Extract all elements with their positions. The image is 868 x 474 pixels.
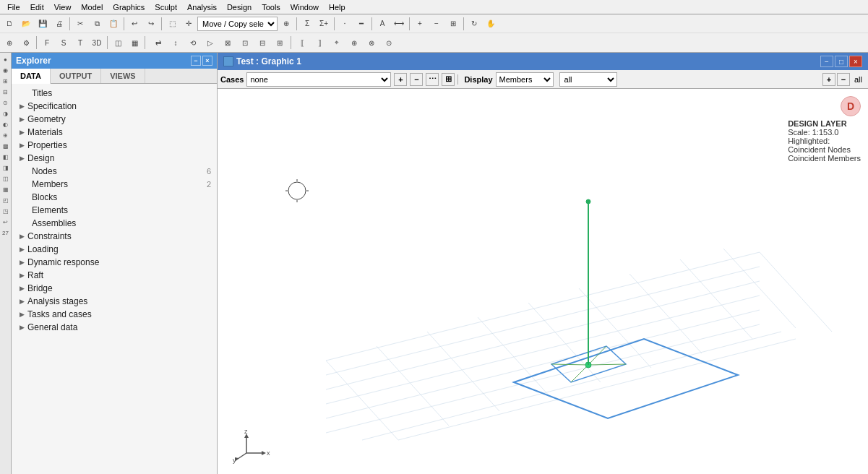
toolbar-copy[interactable]: ⧉: [89, 16, 105, 32]
tree-item-tasks-and-cases[interactable]: ▶ Tasks and cases: [12, 308, 217, 321]
cases-list-btn[interactable]: ⋯: [426, 73, 439, 86]
toolbar-view-side[interactable]: S: [56, 35, 72, 51]
toolbar-new[interactable]: 🗋: [1, 16, 17, 32]
tree-item-dynamic-response[interactable]: ▶ Dynamic response: [12, 256, 217, 269]
tab-data[interactable]: DATA: [12, 69, 51, 84]
tree-item-nodes[interactable]: Nodes 6: [12, 165, 217, 178]
toolbar-beam[interactable]: ━: [353, 16, 369, 32]
display-select[interactable]: Members Nodes: [496, 72, 554, 87]
iconbar-btn-9[interactable]: ▩: [1, 141, 11, 151]
menu-view[interactable]: View: [50, 3, 76, 12]
tb-e6[interactable]: ⊡: [237, 35, 253, 51]
tb-e14[interactable]: ⊙: [381, 35, 397, 51]
menu-tools[interactable]: Tools: [257, 3, 285, 12]
all-add-btn[interactable]: +: [822, 73, 835, 86]
toolbar-undo[interactable]: ↩: [126, 16, 142, 32]
tb-e5[interactable]: ⊠: [220, 35, 236, 51]
menu-window[interactable]: Window: [286, 3, 323, 12]
tree-item-specification[interactable]: ▶ Specification: [12, 100, 217, 113]
menu-file[interactable]: File: [3, 3, 25, 12]
iconbar-btn-7[interactable]: ◐: [1, 119, 11, 129]
iconbar-btn-3[interactable]: ⊞: [1, 76, 11, 86]
toolbar-select[interactable]: ⬚: [164, 16, 180, 32]
tree-item-properties[interactable]: ▶ Properties: [12, 139, 217, 152]
iconbar-btn-16[interactable]: ↩: [1, 217, 11, 227]
toolbar-dim[interactable]: ⟷: [391, 16, 407, 32]
all-select[interactable]: all: [559, 72, 617, 87]
tree-item-members[interactable]: Members 2: [12, 178, 217, 191]
iconbar-btn-5[interactable]: ⊙: [1, 98, 11, 108]
menu-model[interactable]: Model: [77, 3, 107, 12]
toolbar-zoom-all[interactable]: ⊞: [445, 16, 461, 32]
toolbar-print[interactable]: 🖨: [51, 16, 67, 32]
menu-analysis[interactable]: Analysis: [183, 3, 221, 12]
toolbar-save[interactable]: 💾: [35, 16, 51, 32]
tab-output[interactable]: OUTPUT: [51, 69, 101, 83]
menu-help[interactable]: Help: [325, 3, 350, 12]
toolbar-view-3d[interactable]: 3D: [89, 35, 105, 51]
canvas-area[interactable]: D DESIGN LAYER Scale: 1:153.0 Highlighte…: [218, 89, 868, 474]
toolbar-text[interactable]: A: [374, 16, 390, 32]
tree-item-materials[interactable]: ▶ Materials: [12, 126, 217, 139]
cases-remove-btn[interactable]: −: [410, 73, 423, 86]
maximize-button[interactable]: □: [835, 56, 848, 67]
iconbar-btn-13[interactable]: ▦: [1, 184, 11, 194]
toolbar-open[interactable]: 📂: [18, 16, 34, 32]
tree-item-loading[interactable]: ▶ Loading: [12, 243, 217, 256]
tb-e12[interactable]: ⊕: [346, 35, 362, 51]
tree-item-analysis-stages[interactable]: ▶ Analysis stages: [12, 295, 217, 308]
tree-item-geometry[interactable]: ▶ Geometry: [12, 113, 217, 126]
menu-design[interactable]: Design: [223, 3, 256, 12]
cases-extra-btn[interactable]: ⊞: [442, 73, 455, 86]
iconbar-btn-1[interactable]: ●: [1, 54, 11, 64]
toolbar-sum2[interactable]: Σ+: [316, 16, 332, 32]
tab-views[interactable]: VIEWS: [101, 69, 145, 83]
menu-edit[interactable]: Edit: [26, 3, 48, 12]
iconbar-btn-15[interactable]: ◳: [1, 206, 11, 216]
tb-e11[interactable]: ⌖: [329, 35, 345, 51]
toolbar-node[interactable]: ⬝: [337, 16, 353, 32]
tree-item-titles[interactable]: Titles: [12, 87, 217, 100]
iconbar-btn-6[interactable]: ◑: [1, 108, 11, 118]
tb-e4[interactable]: ▷: [202, 35, 218, 51]
tree-item-assemblies[interactable]: Assemblies: [12, 217, 217, 230]
tree-item-elements[interactable]: Elements: [12, 204, 217, 217]
explorer-pin-btn[interactable]: −: [191, 56, 201, 66]
toolbar-sum[interactable]: Σ: [299, 16, 315, 32]
tree-item-bridge[interactable]: ▶ Bridge: [12, 282, 217, 295]
iconbar-btn-4[interactable]: ⊟: [1, 87, 11, 97]
toolbar-snap[interactable]: ⊕: [278, 16, 294, 32]
tb-e1[interactable]: ⇄: [150, 35, 166, 51]
tree-item-design[interactable]: ▶ Design: [12, 152, 217, 165]
tree-item-constraints[interactable]: ▶ Constraints: [12, 230, 217, 243]
tb-e10[interactable]: ⟧: [311, 35, 327, 51]
toolbar-view-front[interactable]: F: [39, 35, 55, 51]
tb-e3[interactable]: ⟲: [185, 35, 201, 51]
tree-item-blocks[interactable]: Blocks: [12, 191, 217, 204]
toolbar-view-top[interactable]: T: [72, 35, 88, 51]
iconbar-btn-12[interactable]: ◫: [1, 173, 11, 184]
toolbar-zoom-out[interactable]: −: [429, 16, 444, 32]
toolbar-rotate[interactable]: ↻: [466, 16, 482, 32]
toolbar-mode-select[interactable]: Move / Copy sele: [197, 17, 278, 31]
all-remove-btn[interactable]: −: [837, 73, 850, 86]
menu-graphics[interactable]: Graphics: [108, 3, 149, 12]
tb-e9[interactable]: ⟦: [294, 35, 310, 51]
minimize-button[interactable]: −: [820, 56, 833, 67]
cases-select[interactable]: none: [246, 72, 391, 87]
tb-e8[interactable]: ⊞: [272, 35, 288, 51]
iconbar-btn-2[interactable]: ◉: [1, 65, 11, 75]
tree-item-raft[interactable]: ▶ Raft: [12, 269, 217, 282]
toolbar-pan[interactable]: ✋: [483, 16, 499, 32]
tb-e7[interactable]: ⊟: [254, 35, 270, 51]
iconbar-btn-14[interactable]: ◰: [1, 195, 11, 205]
iconbar-btn-11[interactable]: ◨: [1, 163, 11, 173]
toolbar-cut[interactable]: ✂: [72, 16, 88, 32]
cases-add-btn[interactable]: +: [394, 73, 407, 86]
toolbar-move[interactable]: ✛: [181, 16, 197, 32]
close-button[interactable]: ×: [849, 56, 862, 67]
toolbar-settings[interactable]: ⚙: [18, 35, 34, 51]
explorer-close-btn[interactable]: ×: [202, 56, 212, 66]
toolbar-wire[interactable]: ▦: [126, 35, 142, 51]
toolbar-paste[interactable]: 📋: [106, 16, 121, 32]
